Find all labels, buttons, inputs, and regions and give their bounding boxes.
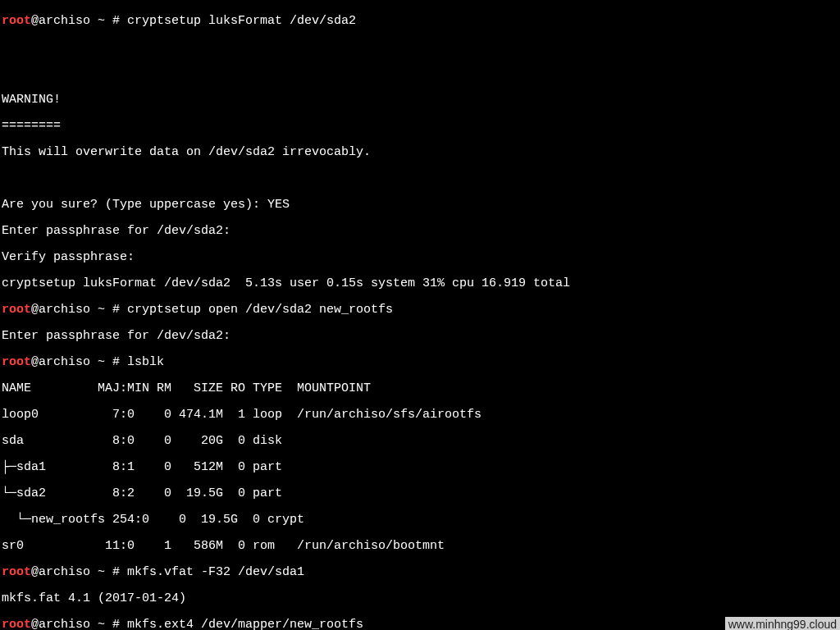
watermark: www.minhng99.cloud [725,617,840,630]
prompt-user: root [2,618,31,630]
prompt-hash: # [105,303,127,317]
output-warning-sep: ======== [2,120,838,133]
output-lsblk-sr0: sr0 11:0 1 586M 0 rom /run/archiso/bootm… [2,540,838,553]
cmd-text: lsblk [127,355,164,369]
prompt-hash: # [105,355,127,369]
output-verify-pass: Verify passphrase: [2,251,838,264]
terminal[interactable]: root@archiso ~ # cryptsetup luksFormat /… [0,0,840,630]
prompt-host: @archiso ~ [31,303,105,317]
output-lsblk-newroot: └─new_rootfs 254:0 0 19.5G 0 crypt [2,514,838,527]
output-lsblk-sda2: └─sda2 8:2 0 19.5G 0 part [2,487,838,500]
cmd-line-mkfs-vfat: root@archiso ~ # mkfs.vfat -F32 /dev/sda… [2,566,838,579]
cmd-line-luksformat: root@archiso ~ # cryptsetup luksFormat /… [2,15,838,28]
output-enter-pass: Enter passphrase for /dev/sda2: [2,225,838,238]
prompt-host: @archiso ~ [31,618,105,630]
output-lsblk-hdr: NAME MAJ:MIN RM SIZE RO TYPE MOUNTPOINT [2,382,838,395]
output-enter-pass2: Enter passphrase for /dev/sda2: [2,330,838,343]
output-lsblk-sda1: ├─sda1 8:1 0 512M 0 part [2,461,838,474]
prompt-host: @archiso ~ [31,565,105,579]
cmd-line-mkfs-ext4: root@archiso ~ # mkfs.ext4 /dev/mapper/n… [2,619,838,630]
prompt-user: root [2,303,31,317]
output-timing: cryptsetup luksFormat /dev/sda2 5.13s us… [2,277,838,290]
output-warning-msg: This will overwrite data on /dev/sda2 ir… [2,146,838,159]
output-confirm: Are you sure? (Type uppercase yes): YES [2,199,838,212]
output-blank [2,41,838,54]
output-warning-hdr: WARNING! [2,94,838,107]
prompt-user: root [2,565,31,579]
prompt-host: @archiso ~ [31,14,105,28]
cmd-text: cryptsetup luksFormat /dev/sda2 [127,14,356,28]
prompt-user: root [2,14,31,28]
output-lsblk-loop0: loop0 7:0 0 474.1M 1 loop /run/archiso/s… [2,409,838,422]
cmd-text: mkfs.ext4 /dev/mapper/new_rootfs [127,618,363,630]
cmd-text: cryptsetup open /dev/sda2 new_rootfs [127,303,393,317]
cmd-line-lsblk: root@archiso ~ # lsblk [2,356,838,369]
prompt-hash: # [105,565,127,579]
output-blank [2,172,838,185]
prompt-hash: # [105,618,127,630]
prompt-hash: # [105,14,127,28]
output-blank [2,67,838,80]
prompt-host: @archiso ~ [31,355,105,369]
cmd-line-luksopen: root@archiso ~ # cryptsetup open /dev/sd… [2,304,838,317]
cmd-text: mkfs.vfat -F32 /dev/sda1 [127,565,304,579]
output-lsblk-sda: sda 8:0 0 20G 0 disk [2,435,838,448]
prompt-user: root [2,355,31,369]
output-mkfs-fat-ver: mkfs.fat 4.1 (2017-01-24) [2,592,838,605]
